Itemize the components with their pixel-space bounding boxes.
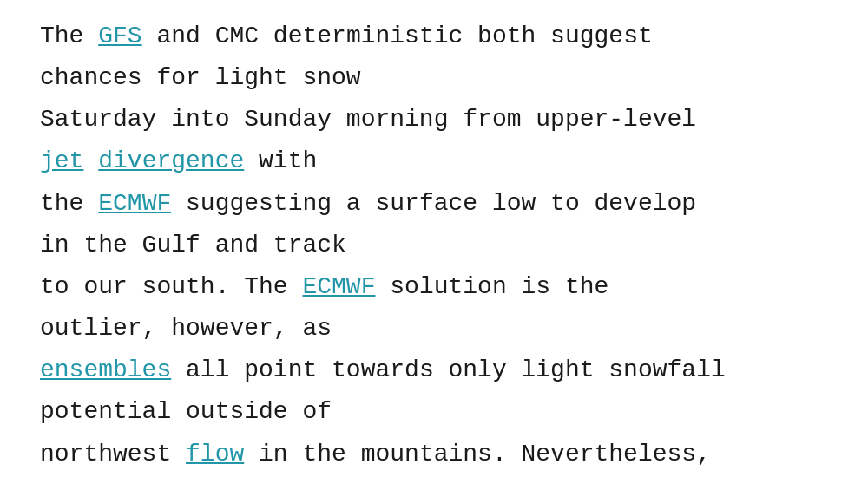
- main-content: The GFS and CMC deterministic both sugge…: [0, 0, 868, 477]
- link-jet[interactable]: jet: [40, 147, 83, 174]
- link-ensembles[interactable]: ensembles: [40, 356, 171, 383]
- weather-text: The GFS and CMC deterministic both sugge…: [40, 16, 828, 475]
- link-flow[interactable]: flow: [186, 441, 244, 467]
- link-ecmwf[interactable]: ECMWF: [98, 190, 171, 217]
- link-divergence[interactable]: divergence: [98, 147, 244, 174]
- link-ecmwf[interactable]: ECMWF: [302, 273, 375, 300]
- link-gfs[interactable]: GFS: [98, 23, 141, 49]
